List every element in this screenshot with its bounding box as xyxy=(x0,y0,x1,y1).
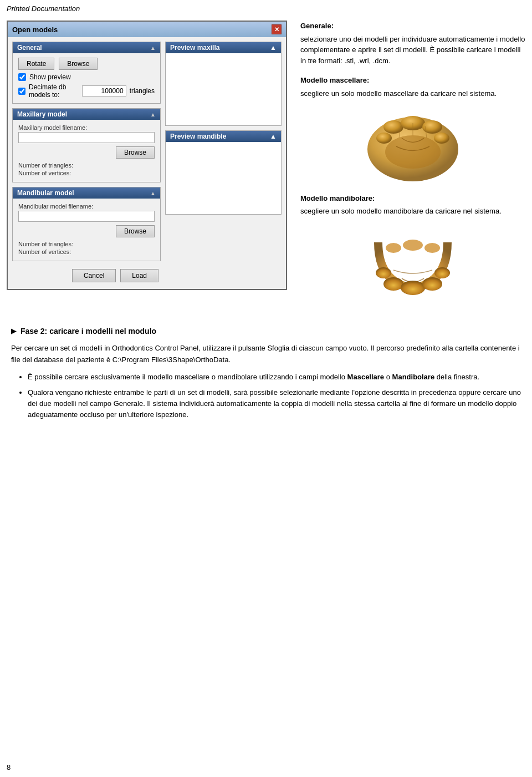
svg-point-16 xyxy=(403,240,423,251)
maxillary-triangles-label: Number of triangles: xyxy=(18,162,155,169)
mandibular-vertices-label: Number of vertices: xyxy=(18,248,155,255)
dialog-panel: Open models ✕ General ▲ xyxy=(0,15,294,316)
maxillary-vertices-label: Number of vertices: xyxy=(18,170,155,176)
mandibular-section-label: Mandibular model xyxy=(17,189,74,197)
preview-mandible-section: Preview mandible ▲ xyxy=(165,130,282,215)
mandibolare-section: Modello mandibolare: scegliere un solo m… xyxy=(300,193,525,217)
maxillary-filename-input[interactable] xyxy=(18,132,155,143)
svg-point-15 xyxy=(386,243,401,253)
preview-maxilla-label: Preview maxilla xyxy=(170,44,219,52)
header-title: Printed Documentation xyxy=(7,4,80,13)
decimate-label: Decimate db models to: xyxy=(29,83,79,99)
svg-point-4 xyxy=(376,133,392,144)
show-preview-label: Show preview xyxy=(29,73,71,81)
svg-point-5 xyxy=(434,133,449,144)
dialog-footer: Cancel Load xyxy=(12,266,161,285)
mandibular-section-header: Mandibular model ▲ xyxy=(13,187,160,199)
general-collapse-icon[interactable]: ▲ xyxy=(150,45,156,51)
mandibular-triangles-label: Number of triangles: xyxy=(18,241,155,247)
mandible-tooth-image xyxy=(363,226,463,303)
general-section-header: General ▲ xyxy=(13,42,160,53)
mandibular-section: Mandibular model ▲ Mandibular model file… xyxy=(12,187,161,261)
svg-point-11 xyxy=(401,281,425,295)
mandibolare-text: scegliere un solo modello mandibolare da… xyxy=(300,206,525,217)
cancel-button[interactable]: Cancel xyxy=(72,269,116,282)
generale-text: selezionare uno dei modelli per individu… xyxy=(300,34,525,67)
lower-section: Fase 2: caricare i modelli nel modulo Pe… xyxy=(0,316,532,438)
load-button[interactable]: Load xyxy=(120,269,158,282)
mandibular-browse-row: Browse xyxy=(18,225,155,237)
svg-point-14 xyxy=(434,267,450,278)
maxilla-image-container xyxy=(300,108,525,189)
maxillary-browse-row: Browse xyxy=(18,146,155,159)
mascellare-title: Modello mascellare: xyxy=(300,75,525,86)
maxilla-tooth-image xyxy=(363,108,463,185)
mandible-image-container xyxy=(300,226,525,307)
triangles-input[interactable]: 100000 xyxy=(82,85,126,97)
show-preview-checkbox[interactable] xyxy=(18,73,26,81)
dialog-title: Open models xyxy=(12,26,58,34)
maxillary-filename-label: Maxillary model filename: xyxy=(18,124,155,131)
maxillary-section-body: Maxillary model filename: Browse Number … xyxy=(13,120,160,182)
general-browse-button[interactable]: Browse xyxy=(59,58,98,70)
lower-bullet1: È possibile cercare esclusivamente il mo… xyxy=(28,372,521,383)
general-section: General ▲ Rotate Browse Show p xyxy=(12,42,161,104)
preview-mandible-canvas xyxy=(166,142,281,214)
dialog-left-column: General ▲ Rotate Browse Show p xyxy=(12,42,161,285)
preview-mandible-collapse-icon[interactable]: ▲ xyxy=(270,133,277,140)
dialog-window: Open models ✕ General ▲ xyxy=(7,21,287,290)
generale-section: Generale: selezionare uno dei modelli pe… xyxy=(300,21,525,66)
show-preview-row: Show preview xyxy=(18,73,155,81)
page-header: Printed Documentation xyxy=(0,0,532,15)
preview-mandible-header: Preview mandible ▲ xyxy=(166,131,281,142)
mandibular-filename-input[interactable] xyxy=(18,211,155,222)
svg-point-13 xyxy=(376,267,391,278)
maxillary-collapse-icon[interactable]: ▲ xyxy=(150,111,156,118)
preview-maxilla-canvas xyxy=(166,53,281,125)
lower-bullet-list: È possibile cercare esclusivamente il mo… xyxy=(28,372,521,421)
triangles-unit: triangles xyxy=(130,87,155,95)
mandibular-filename-label: Mandibular model filename: xyxy=(18,203,155,210)
maxillary-section: Maxillary model ▲ Maxillary model filena… xyxy=(12,108,161,182)
mascellare-section: Modello mascellare: scegliere un solo mo… xyxy=(300,75,525,99)
lower-heading: Fase 2: caricare i modelli nel modulo xyxy=(11,325,521,337)
preview-maxilla-header: Preview maxilla ▲ xyxy=(166,42,281,53)
mascellare-text: scegliere un solo modello mascellare da … xyxy=(300,88,525,99)
svg-point-6 xyxy=(385,135,441,169)
dialog-body: General ▲ Rotate Browse Show p xyxy=(8,37,286,289)
close-button[interactable]: ✕ xyxy=(272,24,282,34)
mandibular-section-body: Mandibular model filename: Browse Number… xyxy=(13,199,160,261)
main-content: Open models ✕ General ▲ xyxy=(0,15,532,316)
mandibular-browse-button[interactable]: Browse xyxy=(116,225,155,237)
rotate-button[interactable]: Rotate xyxy=(18,58,54,70)
preview-maxilla-section: Preview maxilla ▲ xyxy=(165,42,282,126)
lower-bullet2: Qualora vengano richieste entrambe le pa… xyxy=(28,387,521,420)
maxillary-section-label: Maxillary model xyxy=(17,110,67,118)
decimate-checkbox[interactable] xyxy=(18,88,25,95)
svg-point-12 xyxy=(422,277,442,291)
generale-title: Generale: xyxy=(300,21,525,32)
preview-mandible-label: Preview mandible xyxy=(170,133,226,140)
svg-point-17 xyxy=(424,243,440,253)
svg-point-10 xyxy=(383,277,403,291)
decimate-row: Decimate db models to: 100000 triangles xyxy=(18,83,155,99)
page-number: 8 xyxy=(7,763,11,771)
mandibular-collapse-icon[interactable]: ▲ xyxy=(150,190,156,196)
dialog-titlebar: Open models ✕ xyxy=(8,22,286,37)
preview-maxilla-collapse-icon[interactable]: ▲ xyxy=(270,44,277,52)
right-panel: Generale: selezionare uno dei modelli pe… xyxy=(294,15,532,316)
maxillary-browse-button[interactable]: Browse xyxy=(116,146,155,159)
dialog-columns: General ▲ Rotate Browse Show p xyxy=(12,42,282,285)
general-buttons-row: Rotate Browse xyxy=(18,58,155,70)
general-section-label: General xyxy=(17,44,42,52)
lower-para1: Per cercare un set di modelli in Orthodo… xyxy=(11,343,521,366)
maxillary-section-header: Maxillary model ▲ xyxy=(13,109,160,120)
general-section-body: Rotate Browse Show preview Decimate db m xyxy=(13,53,160,103)
dialog-right-column: Preview maxilla ▲ Preview mandible xyxy=(165,42,282,285)
mandibolare-title: Modello mandibolare: xyxy=(300,193,525,204)
